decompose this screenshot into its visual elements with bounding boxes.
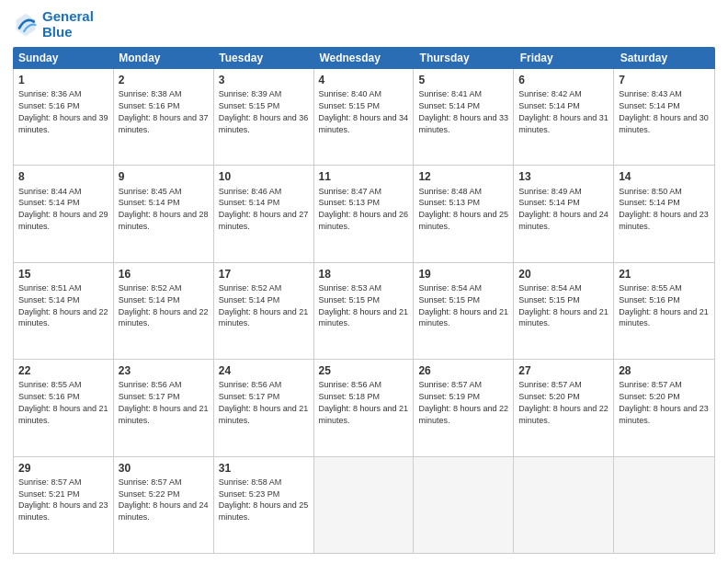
- day-info: Sunrise: 8:50 AM Sunset: 5:14 PM Dayligh…: [619, 187, 709, 231]
- calendar-row-1: 1Sunrise: 8:36 AM Sunset: 5:16 PM Daylig…: [14, 69, 714, 166]
- day-number: 28: [619, 363, 710, 378]
- day-number: 20: [518, 267, 609, 282]
- empty-cell: [414, 457, 514, 553]
- day-info: Sunrise: 8:43 AM Sunset: 5:14 PM Dayligh…: [619, 89, 709, 133]
- day-number: 30: [119, 461, 209, 476]
- day-number: 2: [119, 73, 209, 87]
- day-cell-10: 10Sunrise: 8:46 AM Sunset: 5:14 PM Dayli…: [214, 166, 314, 261]
- day-info: Sunrise: 8:55 AM Sunset: 5:16 PM Dayligh…: [619, 283, 709, 327]
- day-cell-11: 11Sunrise: 8:47 AM Sunset: 5:13 PM Dayli…: [314, 166, 415, 261]
- day-number: 14: [619, 169, 710, 184]
- day-info: Sunrise: 8:54 AM Sunset: 5:15 PM Dayligh…: [518, 283, 609, 327]
- day-number: 29: [18, 461, 108, 476]
- day-cell-30: 30Sunrise: 8:57 AM Sunset: 5:22 PM Dayli…: [114, 457, 214, 553]
- day-cell-6: 6Sunrise: 8:42 AM Sunset: 5:14 PM Daylig…: [514, 69, 614, 165]
- day-info: Sunrise: 8:56 AM Sunset: 5:18 PM Dayligh…: [319, 380, 409, 424]
- day-number: 12: [418, 169, 508, 184]
- day-info: Sunrise: 8:39 AM Sunset: 5:15 PM Dayligh…: [219, 89, 309, 133]
- day-cell-8: 8Sunrise: 8:44 AM Sunset: 5:14 PM Daylig…: [14, 166, 114, 261]
- day-cell-17: 17Sunrise: 8:52 AM Sunset: 5:14 PM Dayli…: [214, 263, 314, 359]
- day-number: 6: [518, 73, 609, 87]
- day-number: 22: [18, 363, 108, 378]
- calendar-row-4: 22Sunrise: 8:55 AM Sunset: 5:16 PM Dayli…: [14, 360, 714, 456]
- header-day-thursday: Thursday: [415, 47, 515, 69]
- calendar-header: SundayMondayTuesdayWednesdayThursdayFrid…: [13, 47, 715, 69]
- day-number: 4: [319, 73, 409, 87]
- day-info: Sunrise: 8:44 AM Sunset: 5:14 PM Dayligh…: [18, 187, 108, 231]
- day-cell-13: 13Sunrise: 8:49 AM Sunset: 5:14 PM Dayli…: [514, 166, 614, 261]
- day-info: Sunrise: 8:36 AM Sunset: 5:16 PM Dayligh…: [18, 89, 108, 133]
- logo: General Blue: [13, 9, 94, 40]
- day-number: 9: [119, 169, 209, 184]
- day-info: Sunrise: 8:53 AM Sunset: 5:15 PM Dayligh…: [319, 283, 409, 327]
- header-day-wednesday: Wednesday: [313, 47, 414, 69]
- page: General Blue SundayMondayTuesdayWednesda…: [0, 0, 728, 563]
- day-number: 27: [518, 363, 609, 378]
- day-number: 31: [219, 461, 309, 476]
- header-day-friday: Friday: [515, 47, 615, 69]
- day-cell-26: 26Sunrise: 8:57 AM Sunset: 5:19 PM Dayli…: [414, 360, 514, 455]
- day-cell-24: 24Sunrise: 8:56 AM Sunset: 5:17 PM Dayli…: [214, 360, 314, 455]
- day-cell-3: 3Sunrise: 8:39 AM Sunset: 5:15 PM Daylig…: [214, 69, 314, 165]
- day-info: Sunrise: 8:48 AM Sunset: 5:13 PM Dayligh…: [418, 187, 508, 231]
- day-info: Sunrise: 8:52 AM Sunset: 5:14 PM Dayligh…: [219, 283, 309, 327]
- day-info: Sunrise: 8:51 AM Sunset: 5:14 PM Dayligh…: [18, 283, 108, 327]
- day-number: 19: [418, 267, 508, 282]
- day-cell-18: 18Sunrise: 8:53 AM Sunset: 5:15 PM Dayli…: [314, 263, 415, 359]
- day-cell-16: 16Sunrise: 8:52 AM Sunset: 5:14 PM Dayli…: [114, 263, 214, 359]
- day-info: Sunrise: 8:46 AM Sunset: 5:14 PM Dayligh…: [219, 187, 309, 231]
- day-number: 23: [119, 363, 209, 378]
- day-number: 1: [18, 73, 108, 87]
- day-info: Sunrise: 8:57 AM Sunset: 5:21 PM Dayligh…: [18, 477, 108, 522]
- logo-text: General Blue: [42, 9, 94, 40]
- day-cell-25: 25Sunrise: 8:56 AM Sunset: 5:18 PM Dayli…: [314, 360, 415, 455]
- day-cell-21: 21Sunrise: 8:55 AM Sunset: 5:16 PM Dayli…: [614, 263, 714, 359]
- day-cell-28: 28Sunrise: 8:57 AM Sunset: 5:20 PM Dayli…: [614, 360, 714, 455]
- calendar-row-5: 29Sunrise: 8:57 AM Sunset: 5:21 PM Dayli…: [14, 457, 714, 553]
- day-cell-23: 23Sunrise: 8:56 AM Sunset: 5:17 PM Dayli…: [114, 360, 214, 455]
- day-number: 13: [518, 169, 609, 184]
- day-cell-12: 12Sunrise: 8:48 AM Sunset: 5:13 PM Dayli…: [414, 166, 514, 261]
- day-number: 24: [219, 363, 309, 378]
- header-day-monday: Monday: [113, 47, 213, 69]
- day-info: Sunrise: 8:40 AM Sunset: 5:15 PM Dayligh…: [319, 89, 409, 133]
- day-info: Sunrise: 8:42 AM Sunset: 5:14 PM Dayligh…: [518, 89, 609, 133]
- day-info: Sunrise: 8:56 AM Sunset: 5:17 PM Dayligh…: [219, 380, 309, 424]
- day-cell-31: 31Sunrise: 8:58 AM Sunset: 5:23 PM Dayli…: [214, 457, 314, 553]
- day-cell-7: 7Sunrise: 8:43 AM Sunset: 5:14 PM Daylig…: [614, 69, 714, 165]
- day-cell-4: 4Sunrise: 8:40 AM Sunset: 5:15 PM Daylig…: [314, 69, 415, 165]
- day-info: Sunrise: 8:54 AM Sunset: 5:15 PM Dayligh…: [418, 283, 508, 327]
- day-number: 11: [319, 169, 409, 184]
- day-cell-27: 27Sunrise: 8:57 AM Sunset: 5:20 PM Dayli…: [514, 360, 614, 455]
- day-info: Sunrise: 8:38 AM Sunset: 5:16 PM Dayligh…: [119, 89, 209, 133]
- day-info: Sunrise: 8:52 AM Sunset: 5:14 PM Dayligh…: [119, 283, 209, 327]
- header-day-sunday: Sunday: [13, 47, 113, 69]
- day-number: 21: [619, 267, 710, 282]
- day-cell-5: 5Sunrise: 8:41 AM Sunset: 5:14 PM Daylig…: [414, 69, 514, 165]
- day-info: Sunrise: 8:58 AM Sunset: 5:23 PM Dayligh…: [219, 477, 309, 522]
- empty-cell: [614, 457, 714, 553]
- day-number: 26: [418, 363, 508, 378]
- day-info: Sunrise: 8:47 AM Sunset: 5:13 PM Dayligh…: [319, 187, 409, 231]
- calendar-row-3: 15Sunrise: 8:51 AM Sunset: 5:14 PM Dayli…: [14, 263, 714, 360]
- day-number: 5: [418, 73, 508, 87]
- day-number: 16: [119, 267, 209, 282]
- day-cell-22: 22Sunrise: 8:55 AM Sunset: 5:16 PM Dayli…: [14, 360, 114, 455]
- day-cell-29: 29Sunrise: 8:57 AM Sunset: 5:21 PM Dayli…: [14, 457, 114, 553]
- day-number: 7: [619, 73, 710, 87]
- day-cell-1: 1Sunrise: 8:36 AM Sunset: 5:16 PM Daylig…: [14, 69, 114, 165]
- day-cell-19: 19Sunrise: 8:54 AM Sunset: 5:15 PM Dayli…: [414, 263, 514, 359]
- calendar-row-2: 8Sunrise: 8:44 AM Sunset: 5:14 PM Daylig…: [14, 166, 714, 262]
- day-info: Sunrise: 8:41 AM Sunset: 5:14 PM Dayligh…: [418, 89, 508, 133]
- day-info: Sunrise: 8:49 AM Sunset: 5:14 PM Dayligh…: [518, 187, 609, 231]
- header-day-tuesday: Tuesday: [213, 47, 313, 69]
- empty-cell: [514, 457, 614, 553]
- day-number: 15: [18, 267, 108, 282]
- day-info: Sunrise: 8:57 AM Sunset: 5:20 PM Dayligh…: [518, 380, 609, 424]
- day-number: 17: [219, 267, 309, 282]
- day-info: Sunrise: 8:45 AM Sunset: 5:14 PM Dayligh…: [119, 187, 209, 231]
- header-day-saturday: Saturday: [615, 47, 715, 69]
- calendar-body: 1Sunrise: 8:36 AM Sunset: 5:16 PM Daylig…: [13, 69, 715, 554]
- day-number: 18: [319, 267, 409, 282]
- logo-icon: [13, 12, 39, 38]
